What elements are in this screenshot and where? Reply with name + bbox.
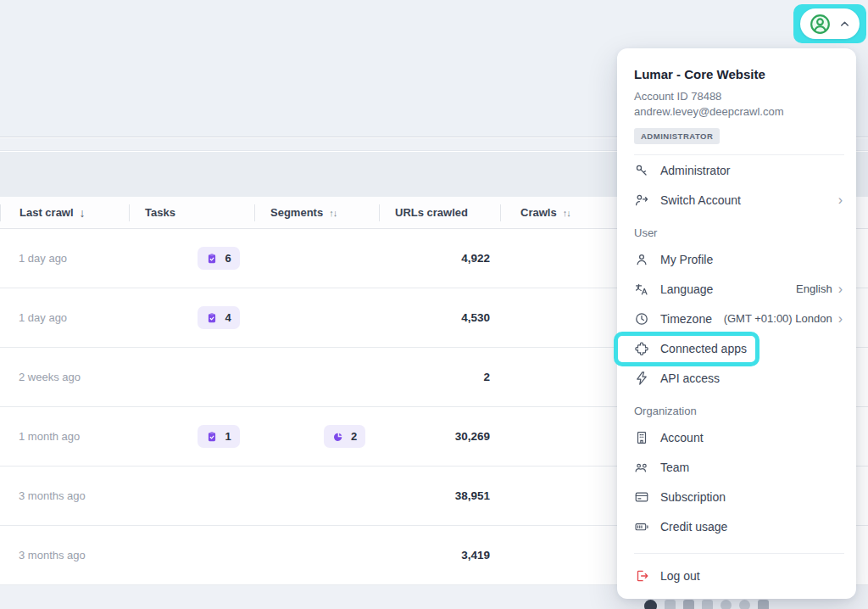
clock-icon	[634, 311, 649, 327]
sort-icon[interactable]: ↑↓	[329, 208, 337, 218]
account-dropdown-menu: Lumar - Core Website Account ID 78488 an…	[617, 48, 856, 599]
menu-item-label: Log out	[660, 569, 843, 583]
sort-icon[interactable]: ↑↓	[563, 208, 570, 218]
menu-item-language[interactable]: Language English ›	[617, 274, 856, 304]
menu-item-timezone[interactable]: Timezone (GMT +01:00) London ›	[617, 304, 856, 333]
menu-item-label: Connected apps	[660, 342, 843, 355]
column-header-urls-crawled[interactable]: URLs crawled	[379, 204, 500, 221]
urls-crawled-cell: 4,530	[379, 311, 500, 324]
menu-item-label: Team	[660, 461, 843, 474]
urls-crawled-cell: 38,951	[379, 489, 500, 502]
tasks-count: 4	[225, 311, 231, 324]
menu-item-label: Subscription	[660, 490, 843, 504]
chevron-up-icon	[838, 18, 851, 31]
urls-crawled-cell: 4,922	[379, 252, 500, 265]
app-icon	[721, 600, 732, 609]
column-label: Crawls	[520, 206, 557, 219]
last-crawl-cell: 1 month ago	[0, 430, 129, 443]
tasks-badge[interactable]: 6	[198, 247, 239, 270]
menu-item-label: Language	[660, 282, 796, 296]
menu-divider	[634, 553, 844, 554]
switch-account-icon	[634, 193, 649, 208]
menu-item-credit-usage[interactable]: Credit usage	[617, 511, 856, 541]
tasks-count: 1	[225, 430, 231, 443]
lightning-icon	[634, 371, 649, 386]
partial-app-icons	[644, 600, 769, 609]
account-name: Lumar - Core Website	[634, 62, 839, 81]
app-icon	[758, 600, 769, 609]
team-icon	[634, 460, 649, 475]
puzzle-icon	[634, 341, 649, 356]
menu-item-switch-account[interactable]: Switch Account ›	[617, 185, 856, 215]
column-label: Last crawl	[19, 206, 74, 219]
menu-section-organization: Organization	[617, 393, 856, 422]
column-label: Segments	[270, 206, 323, 219]
chevron-right-icon: ›	[838, 282, 843, 296]
menu-item-team[interactable]: Team	[617, 452, 856, 482]
tasks-badge[interactable]: 4	[198, 306, 239, 329]
last-crawl-cell: 2 weeks ago	[0, 371, 129, 383]
tasks-cell: 6	[129, 247, 254, 270]
dark-avatar-icon	[644, 600, 657, 609]
menu-item-label: Account	[660, 431, 843, 444]
column-header-segments[interactable]: Segments ↑↓	[254, 204, 379, 221]
urls-crawled-cell: 2	[379, 371, 500, 383]
app-icon	[739, 600, 750, 609]
menu-section-user: User	[617, 215, 856, 244]
urls-crawled-cell: 30,269	[379, 430, 500, 443]
menu-item-api-access[interactable]: API access	[617, 363, 856, 393]
menu-account-header: Lumar - Core Website Account ID 78488 an…	[617, 48, 856, 144]
clipboard-check-icon	[206, 431, 218, 443]
segments-count: 2	[351, 430, 357, 443]
last-crawl-cell: 1 day ago	[0, 311, 129, 324]
chevron-right-icon: ›	[838, 193, 843, 207]
app-icon	[683, 600, 694, 609]
menu-item-label: Timezone	[660, 312, 724, 326]
menu-item-label: My Profile	[660, 253, 843, 266]
column-header-last-crawl[interactable]: Last crawl ↓	[0, 204, 129, 221]
menu-item-label: API access	[660, 372, 843, 385]
clipboard-check-icon	[206, 253, 218, 265]
menu-item-label: Switch Account	[660, 193, 838, 207]
menu-item-subscription[interactable]: Subscription	[617, 482, 856, 511]
last-crawl-cell: 3 months ago	[0, 549, 129, 562]
column-label: Tasks	[145, 206, 175, 219]
language-icon	[634, 282, 649, 297]
last-crawl-cell: 1 day ago	[0, 252, 129, 265]
battery-icon	[634, 519, 649, 534]
column-label: URLs crawled	[395, 206, 468, 219]
user-avatar-icon	[809, 13, 832, 36]
tasks-cell: 1	[129, 425, 254, 448]
menu-item-log-out[interactable]: Log out	[617, 561, 856, 590]
credit-card-icon	[634, 489, 649, 505]
sort-desc-icon[interactable]: ↓	[80, 206, 86, 220]
timezone-value: (GMT +01:00) London	[724, 312, 832, 325]
clipboard-check-icon	[206, 312, 218, 324]
tasks-cell: 4	[129, 306, 254, 329]
logout-icon	[634, 568, 649, 584]
building-icon	[634, 430, 649, 445]
pie-chart-icon	[332, 431, 344, 443]
urls-crawled-cell: 3,419	[379, 549, 500, 562]
app-icon	[665, 600, 676, 609]
segments-cell: 2	[254, 425, 379, 448]
menu-item-my-profile[interactable]: My Profile	[617, 244, 856, 274]
role-badge: ADMINISTRATOR	[634, 128, 720, 144]
tasks-count: 6	[225, 252, 231, 265]
app-icon	[702, 600, 713, 609]
menu-item-administrator[interactable]: Administrator	[617, 155, 856, 185]
account-id: Account ID 78488	[634, 89, 839, 104]
key-icon	[634, 163, 649, 178]
language-value: English	[796, 282, 832, 295]
menu-item-label: Credit usage	[660, 520, 843, 534]
user-icon	[634, 252, 649, 267]
account-menu-button[interactable]	[800, 8, 860, 39]
menu-item-label: Administrator	[660, 164, 843, 177]
menu-item-connected-apps[interactable]: Connected apps	[617, 333, 856, 363]
chevron-right-icon: ›	[838, 312, 843, 326]
account-email: andrew.levey@deepcrawl.com	[634, 104, 839, 120]
column-header-tasks[interactable]: Tasks	[129, 204, 254, 221]
tasks-badge[interactable]: 1	[198, 425, 239, 448]
menu-item-account[interactable]: Account	[617, 422, 856, 452]
segments-badge[interactable]: 2	[324, 425, 365, 448]
